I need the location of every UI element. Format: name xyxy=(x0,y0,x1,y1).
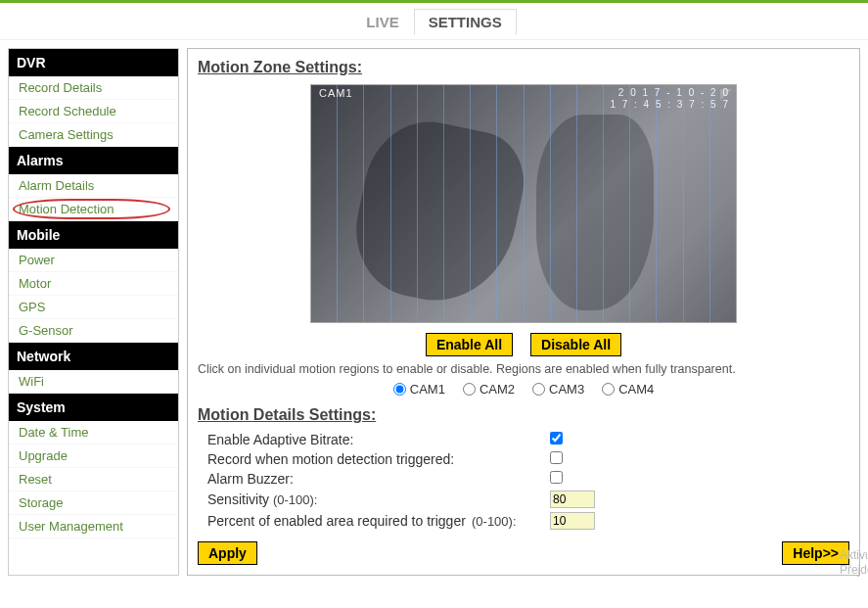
sidebar-item-date-time[interactable]: Date & Time xyxy=(9,421,178,444)
cam1-radio-text: CAM1 xyxy=(410,382,445,397)
tab-live[interactable]: LIVE xyxy=(351,9,413,35)
motion-zone-preview[interactable]: CAM1 2 0 1 7 - 1 0 - 2 0 1 7 : 4 5 : 3 7… xyxy=(310,84,737,323)
sidebar-section-system: System xyxy=(9,394,178,421)
label-record-on-motion: Record when motion detection triggered: xyxy=(198,451,550,467)
sidebar-item-reset[interactable]: Reset xyxy=(9,468,178,491)
sidebar-section-dvr: DVR xyxy=(9,49,178,76)
zone-hint-text: Click on individual motion regions to en… xyxy=(198,362,849,376)
main-panel: Motion Zone Settings: CAM1 2 0 1 7 - 1 0… xyxy=(187,48,860,576)
content-layout: DVR Record Details Record Schedule Camer… xyxy=(0,40,868,584)
sidebar-item-storage[interactable]: Storage xyxy=(9,491,178,515)
sidebar-item-user-management[interactable]: User Management xyxy=(9,515,178,538)
row-alarm-buzzer: Alarm Buzzer: xyxy=(198,471,849,487)
sidebar-item-motion-detection[interactable]: Motion Detection xyxy=(9,198,178,221)
sidebar-section-alarms: Alarms xyxy=(9,147,178,174)
sidebar-item-record-schedule[interactable]: Record Schedule xyxy=(9,100,178,123)
sidebar-section-mobile: Mobile xyxy=(9,221,178,249)
checkbox-adaptive-bitrate[interactable] xyxy=(550,432,563,444)
sidebar: DVR Record Details Record Schedule Camer… xyxy=(8,48,179,576)
preview-timestamp: 2 0 1 7 - 1 0 - 2 0 1 7 : 4 5 : 3 7 : 5 … xyxy=(610,87,730,111)
sidebar-section-network: Network xyxy=(9,343,178,370)
row-percent-trigger: Percent of enabled area required to trig… xyxy=(198,512,849,530)
cam3-radio-text: CAM3 xyxy=(549,382,584,397)
preview-wrap: CAM1 2 0 1 7 - 1 0 - 2 0 1 7 : 4 5 : 3 7… xyxy=(198,84,849,323)
checkbox-alarm-buzzer[interactable] xyxy=(550,471,563,484)
sidebar-item-gps[interactable]: GPS xyxy=(9,296,178,319)
corner-fold-icon xyxy=(720,89,732,101)
zone-button-row: Enable All Disable All xyxy=(198,333,849,356)
preview-cam-label: CAM1 xyxy=(319,87,353,99)
sidebar-item-upgrade[interactable]: Upgrade xyxy=(9,444,178,468)
row-record-on-motion: Record when motion detection triggered: xyxy=(198,451,849,467)
disable-all-button[interactable]: Disable All xyxy=(530,333,621,356)
input-percent-trigger[interactable] xyxy=(550,512,595,530)
sidebar-item-camera-settings[interactable]: Camera Settings xyxy=(9,123,178,147)
camera-radio-group: CAM1 CAM2 CAM3 CAM4 xyxy=(198,382,849,397)
cam2-radio[interactable] xyxy=(463,383,476,396)
cam4-radio-label[interactable]: CAM4 xyxy=(602,382,654,397)
label-sensitivity: Sensitivity (0-100): xyxy=(198,491,550,507)
cam3-radio-label[interactable]: CAM3 xyxy=(532,382,584,397)
checkbox-record-on-motion[interactable] xyxy=(550,451,563,464)
cam2-radio-text: CAM2 xyxy=(480,382,515,397)
cam1-radio-label[interactable]: CAM1 xyxy=(393,382,445,397)
motion-zone-title: Motion Zone Settings: xyxy=(198,59,849,76)
label-alarm-buzzer: Alarm Buzzer: xyxy=(198,471,550,487)
sidebar-item-g-sensor[interactable]: G-Sensor xyxy=(9,319,178,343)
help-button[interactable]: Help>> xyxy=(782,541,849,565)
cam4-radio[interactable] xyxy=(602,383,615,396)
cam3-radio[interactable] xyxy=(532,383,545,396)
label-percent-trigger-range: (0-100): xyxy=(472,514,550,529)
row-sensitivity: Sensitivity (0-100): xyxy=(198,491,849,508)
cam1-radio[interactable] xyxy=(393,383,406,396)
sidebar-item-motor[interactable]: Motor xyxy=(9,272,178,296)
tab-settings[interactable]: SETTINGS xyxy=(414,9,517,35)
motion-grid xyxy=(311,85,736,322)
row-adaptive-bitrate: Enable Adaptive Bitrate: xyxy=(198,432,849,447)
top-tabs: LIVE SETTINGS xyxy=(0,3,868,40)
input-sensitivity[interactable] xyxy=(550,491,595,508)
sidebar-item-wifi[interactable]: WiFi xyxy=(9,370,178,394)
apply-button[interactable]: Apply xyxy=(198,541,257,565)
enable-all-button[interactable]: Enable All xyxy=(426,333,513,356)
motion-details-title: Motion Details Settings: xyxy=(198,406,849,424)
cam2-radio-label[interactable]: CAM2 xyxy=(463,382,515,397)
sidebar-item-power[interactable]: Power xyxy=(9,249,178,272)
cam4-radio-text: CAM4 xyxy=(618,382,654,397)
label-percent-trigger: Percent of enabled area required to trig… xyxy=(198,513,472,529)
footer-buttons: Apply Help>> xyxy=(198,534,849,565)
sidebar-item-alarm-details[interactable]: Alarm Details xyxy=(9,174,178,198)
sidebar-item-record-details[interactable]: Record Details xyxy=(9,76,178,100)
label-adaptive-bitrate: Enable Adaptive Bitrate: xyxy=(198,432,550,447)
